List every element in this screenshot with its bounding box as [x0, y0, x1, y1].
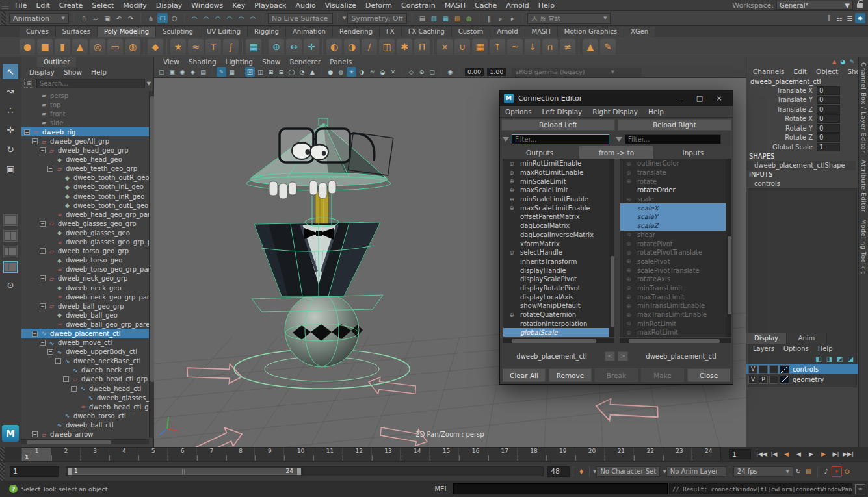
viewport-menu-panels[interactable]: Panels: [326, 58, 356, 66]
interactive-playback-icon[interactable]: ▹: [495, 13, 506, 23]
gamma-field[interactable]: 1.00: [487, 68, 506, 76]
viewport-field-chart-icon[interactable]: ◯: [287, 67, 296, 77]
layer-tab-anim[interactable]: Anim: [787, 333, 827, 344]
menubar-grip[interactable]: [2, 2, 8, 9]
connection-editor-titlebar[interactable]: M Connection Editor — □ ×: [500, 90, 733, 106]
ce-menu-left-display[interactable]: Left Display: [537, 108, 588, 116]
command-input[interactable]: [453, 483, 668, 494]
animation-end-field[interactable]: 48: [547, 466, 570, 477]
expand-icon[interactable]: ⊕: [620, 258, 637, 264]
tree-item-dweeb_geoAll_grp[interactable]: −▱dweeb_geoAll_grp: [21, 136, 149, 146]
frame-16[interactable]: 16: [458, 448, 488, 461]
toggle-tool-settings-icon[interactable]: ⚏: [834, 13, 845, 23]
layer-color-swatch[interactable]: [780, 376, 789, 384]
input-attr-rotatePivot[interactable]: ⊕rotatePivot: [620, 239, 726, 248]
move-layer-down-icon[interactable]: ◨: [826, 355, 832, 363]
viewport-menu-shading[interactable]: Shading: [185, 58, 220, 66]
step-back-key-icon[interactable]: |◀: [769, 449, 780, 460]
snap-grid-icon[interactable]: ◠: [189, 13, 200, 23]
outliner-tab[interactable]: Outliner: [37, 57, 76, 67]
viewport-use-all-lights-icon[interactable]: ◑: [357, 67, 367, 77]
range-slider[interactable]: 1 24: [66, 466, 303, 476]
tree-item-dweeb_ball_geo[interactable]: ◆dweeb_ball_geo: [21, 311, 149, 320]
expand-icon[interactable]: ⊕: [503, 187, 520, 194]
ce-menu-right-display[interactable]: Right Display: [587, 108, 643, 116]
outputs-list[interactable]: ⊕minRotLimitEnable⊕maxRotLimitEnable⊕min…: [503, 159, 609, 337]
chevron-down-icon[interactable]: ▼: [343, 16, 346, 21]
from-to-toggle[interactable]: from -> to: [579, 146, 653, 159]
shelf-tab-arnold[interactable]: Arnold: [490, 27, 525, 37]
expand-icon[interactable]: ⊕: [620, 312, 637, 318]
tree-item-dweeb_neck_geo[interactable]: ◆dweeb_neck_geo: [21, 283, 149, 292]
display-type-toggle[interactable]: [769, 376, 778, 384]
tree-item-dweeb_move_ctl[interactable]: −∿dweeb_move_ctl: [21, 338, 149, 348]
viewport-safe-action-icon[interactable]: ◔: [297, 67, 307, 77]
close-button[interactable]: ×: [709, 94, 729, 103]
expand-icon[interactable]: ⊕: [503, 170, 520, 176]
statusline-grip[interactable]: [1, 11, 6, 25]
expander-icon[interactable]: −: [24, 129, 30, 135]
shelf-tab-poly-modeling[interactable]: Poly Modeling: [98, 27, 156, 37]
shelf-tab-uv-editing[interactable]: UV Editing: [200, 27, 248, 37]
play-forwards-icon[interactable]: ▶: [806, 449, 817, 460]
reload-right-button[interactable]: Reload Right: [618, 119, 731, 131]
paint-select-tool[interactable]: ∴: [3, 103, 18, 118]
layer-row-controls[interactable]: Vcontrols: [746, 364, 859, 374]
frame-22[interactable]: 22: [633, 448, 663, 461]
menu-audio[interactable]: Audio: [291, 1, 320, 10]
layout-four-pane-button[interactable]: [3, 230, 18, 242]
tree-item-dweeb_head_ctl[interactable]: −∿dweeb_head_ctl: [21, 384, 149, 393]
viewport-resolution-gate-icon[interactable]: ⊞: [266, 67, 276, 77]
layer-row-geometry[interactable]: VPgeometry: [746, 374, 859, 385]
shelf-tab-rigging[interactable]: Rigging: [248, 27, 286, 37]
input-attr-scaleX[interactable]: scaleX: [620, 203, 726, 212]
shelf-icon-paint-tool[interactable]: ✎: [600, 39, 616, 55]
outliner-menu-display[interactable]: Display: [25, 68, 59, 76]
frame-12[interactable]: 12: [342, 448, 371, 461]
tree-item-dweeb_upperBody_ctl[interactable]: −∿dweeb_upperBody_ctl: [21, 348, 149, 357]
inputs-hscrollbar[interactable]: [620, 338, 731, 343]
tree-item-dweeb_neck_ctl[interactable]: ∿dweeb_neck_ctl: [21, 366, 149, 375]
tree-item-front[interactable]: ▰front: [21, 109, 149, 118]
ce-menu-help[interactable]: Help: [643, 108, 669, 116]
tree-item-dweeb_head_geo[interactable]: ◆dweeb_head_geo: [21, 155, 149, 164]
shelf-icon-poly-bridge[interactable]: Π: [414, 39, 430, 55]
undo-icon[interactable]: ↶: [114, 13, 124, 23]
menu-arnold[interactable]: Arnold: [501, 1, 534, 10]
outliner-horizontal-scrollbar[interactable]: [21, 439, 149, 444]
range-center-grip[interactable]: [182, 469, 186, 474]
frame-2[interactable]: 2: [51, 448, 80, 461]
frame-17[interactable]: 17: [488, 448, 517, 461]
input-attr-rotate[interactable]: ⊕rotate: [620, 177, 726, 186]
audio-mute-icon[interactable]: ♪: [821, 466, 832, 477]
frame-1[interactable]: 11: [21, 448, 51, 461]
frame-18[interactable]: 18: [517, 448, 546, 461]
frame-10[interactable]: 10: [283, 448, 313, 461]
frame-11[interactable]: 11: [313, 448, 342, 461]
input-attr-maxTransLimit[interactable]: ⊕maxTransLimit: [620, 292, 726, 301]
chevron-down-icon[interactable]: ▼: [147, 81, 151, 86]
output-attr-dagLocalInverseMatrix[interactable]: dagLocalInverseMatrix: [503, 231, 609, 240]
lasso-tool[interactable]: ↝: [3, 83, 18, 99]
select-component-icon[interactable]: ⬡: [169, 13, 179, 23]
expander-icon[interactable]: −: [32, 331, 38, 337]
viewport-shadows-icon[interactable]: ≋: [367, 67, 377, 77]
inputs-list[interactable]: ⊕outlinerColor⊕translate⊕rotaterotateOrd…: [620, 159, 726, 337]
expand-icon[interactable]: ⊕: [620, 294, 637, 300]
playback-toggle[interactable]: P: [759, 376, 768, 384]
output-attr-showManipDefault[interactable]: showManipDefault: [503, 301, 609, 311]
menu-visualize[interactable]: Visualize: [321, 1, 361, 10]
expander-icon[interactable]: −: [40, 340, 46, 346]
render-view-icon[interactable]: ▤: [417, 13, 427, 23]
shelf-icon-target-weld[interactable]: ∪: [454, 39, 470, 55]
channel-value[interactable]: 0: [817, 133, 840, 142]
tree-item-dweeb_tooth_outR_geo[interactable]: ◆dweeb_tooth_outR_geo: [21, 173, 149, 183]
playback-loop-icon[interactable]: ↻: [793, 466, 804, 477]
viewport-camera-attributes-icon[interactable]: ◉: [178, 67, 187, 77]
tree-item-side[interactable]: ▰side: [21, 118, 149, 127]
tree-item-dweeb_glasses_geo[interactable]: ◆dweeb_glasses_geo: [21, 228, 149, 237]
tree-item-dweeb_teeth_geo_grp[interactable]: −▱dweeb_teeth_geo_grp: [21, 164, 149, 173]
tree-item-dweeb_neck_geo_grp[interactable]: −▱dweeb_neck_geo_grp: [21, 274, 149, 283]
pencil-icon[interactable]: ✎: [849, 58, 854, 65]
tree-item-dweeb_ball_ctl[interactable]: ∿dweeb_ball_ctl: [21, 420, 149, 429]
